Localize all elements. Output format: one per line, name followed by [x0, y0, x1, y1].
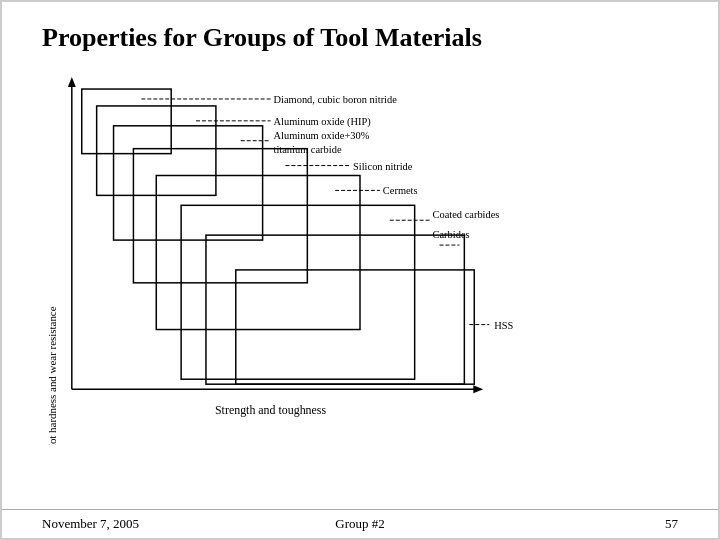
label-carbides: Carbides	[433, 229, 470, 240]
rect-si-nitride	[133, 149, 307, 283]
rect-cermets	[156, 176, 360, 330]
y-axis-label: Hot hardness and wear resistance	[46, 306, 58, 445]
label-al-hip: Aluminum oxide (HIP)	[274, 116, 372, 128]
diagram-area: Hot hardness and wear resistance Strengt…	[42, 65, 678, 445]
rect-hss	[236, 270, 475, 384]
rect-al-oxide-tic	[114, 126, 263, 240]
footer-group: Group #2	[254, 516, 466, 532]
slide-content: Properties for Groups of Tool Materials …	[2, 2, 718, 509]
y-axis-arrow	[68, 77, 76, 87]
x-axis-label: Strength and toughness	[215, 403, 326, 417]
diagram-svg: Hot hardness and wear resistance Strengt…	[42, 65, 678, 445]
label-hss: HSS	[494, 320, 513, 331]
slide-title: Properties for Groups of Tool Materials	[42, 22, 678, 53]
label-si: Silicon nitride	[353, 161, 413, 172]
slide-container: Properties for Groups of Tool Materials …	[0, 0, 720, 540]
label-diamond: Diamond, cubic boron nitride	[274, 94, 398, 105]
label-al-tic2: titanium carbide	[274, 144, 342, 155]
slide-footer: November 7, 2005 Group #2 57	[2, 509, 718, 538]
x-axis-arrow	[473, 385, 483, 393]
rect-carbides	[206, 235, 464, 384]
rect-diamond	[82, 89, 171, 154]
label-al-tic: Aluminum oxide+30%	[274, 130, 370, 141]
footer-date: November 7, 2005	[42, 516, 254, 532]
label-cermets: Cermets	[383, 186, 418, 197]
rect-coated-carbides	[181, 206, 415, 380]
label-coated: Coated carbides	[433, 209, 500, 220]
footer-page: 57	[466, 516, 678, 532]
